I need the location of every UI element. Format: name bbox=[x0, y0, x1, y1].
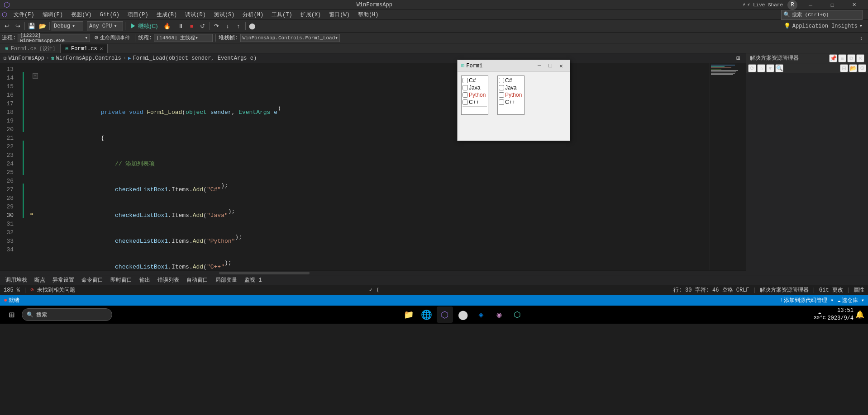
no-errors-label[interactable]: 未找到相关问题 bbox=[37, 286, 75, 294]
debug-tab-exceptions[interactable]: 异常设置 bbox=[49, 275, 78, 285]
panel-pin-btn[interactable]: 📌 bbox=[829, 54, 837, 62]
form-minimize-btn[interactable]: ─ bbox=[534, 62, 544, 70]
pause-btn[interactable]: ⏸ bbox=[176, 21, 186, 31]
menu-edit[interactable]: 编辑(E) bbox=[39, 10, 67, 19]
code-editor[interactable]: private void Form1_Load(object sender, E… bbox=[43, 63, 710, 270]
zoom-level[interactable]: 185 % bbox=[4, 287, 20, 293]
lifecycle-btn[interactable]: ⚙ 生命周期事件 bbox=[92, 33, 132, 43]
stop-btn[interactable]: ■ bbox=[187, 21, 197, 31]
taskbar-search-box[interactable]: 🔍 搜索 bbox=[22, 308, 112, 321]
clb1-checkbox-java[interactable] bbox=[463, 85, 468, 90]
panel-float-btn[interactable]: ⧉ bbox=[847, 54, 855, 62]
breadcrumb-method[interactable]: Form1_Load(object sender, EventArgs e) bbox=[133, 55, 257, 61]
weather-info[interactable]: ☁ 30°C bbox=[814, 309, 825, 321]
debug-tab-output[interactable]: 输出 bbox=[136, 275, 154, 285]
clb2-checkbox-java[interactable] bbox=[499, 85, 504, 90]
breadcrumb-controls[interactable]: WinFormsApp.Controls bbox=[56, 55, 121, 61]
tab-form1-cs-close[interactable]: ✕ bbox=[100, 46, 103, 52]
clb2-checkbox-python[interactable] bbox=[499, 92, 504, 98]
checked-list-box-1[interactable]: C# Java Python C++ bbox=[461, 75, 488, 115]
menu-help[interactable]: 帮助(H) bbox=[354, 10, 382, 19]
solution-explorer-link[interactable]: 解决方案资源管理器 bbox=[760, 286, 809, 294]
stack-dropdown[interactable]: WinFormsApp.Controls.Form1_Load ▾ bbox=[240, 34, 340, 42]
debug-tab-breakpoints[interactable]: 断点 bbox=[31, 275, 49, 285]
collapse-all-btn[interactable]: ⊟ bbox=[840, 64, 848, 72]
clb1-checkbox-csharp[interactable] bbox=[463, 78, 468, 83]
clb1-checkbox-cpp[interactable] bbox=[463, 99, 468, 105]
form-close-btn[interactable]: ✕ bbox=[556, 62, 566, 70]
scrollbar-thumb[interactable] bbox=[219, 272, 310, 274]
taskbar-vscode-btn[interactable]: ◈ bbox=[473, 307, 489, 323]
debug-tab-callstack[interactable]: 调用堆栈 bbox=[2, 275, 31, 285]
debug-tab-errorlist[interactable]: 错误列表 bbox=[154, 275, 183, 285]
clb2-item-cpp[interactable]: C++ bbox=[499, 99, 523, 106]
clb1-item-python[interactable]: Python bbox=[463, 91, 487, 99]
clb2-checkbox-cpp[interactable] bbox=[499, 99, 504, 105]
code-content[interactable]: 13 14 15 16 17 18 19 20 21 22 23 24 25 2… bbox=[0, 63, 710, 270]
undo-btn[interactable]: ↩ bbox=[2, 21, 12, 31]
stack-nav-btn[interactable]: ↕ bbox=[856, 33, 866, 43]
menu-analyze[interactable]: 分析(N) bbox=[239, 10, 267, 19]
debug-tab-command[interactable]: 命令窗口 bbox=[78, 275, 107, 285]
panel-menu-btn[interactable]: ≡ bbox=[838, 54, 846, 62]
redo-btn[interactable]: ↪ bbox=[13, 21, 23, 31]
menu-git[interactable]: Git(G) bbox=[96, 11, 123, 19]
properties-link[interactable]: 属性 bbox=[854, 286, 864, 294]
menu-view[interactable]: 视图(V) bbox=[67, 10, 95, 19]
clb2-item-java[interactable]: Java bbox=[499, 84, 523, 91]
taskbar-edge-btn[interactable]: 🌐 bbox=[419, 307, 435, 323]
taskbar-green-btn[interactable]: ⬡ bbox=[509, 307, 525, 323]
cpu-target-dropdown[interactable]: Any CPU ▾ bbox=[87, 21, 123, 31]
taskbar-github-btn[interactable]: ⬤ bbox=[455, 307, 471, 323]
panel-close-btn[interactable]: ✕ bbox=[856, 54, 864, 62]
breadcrumb-app[interactable]: WinFormsApp bbox=[9, 55, 44, 61]
run-button[interactable]: ▶ 继续(C) bbox=[127, 21, 161, 31]
checked-list-box-2[interactable]: C# Java Python C++ bbox=[497, 75, 525, 115]
scrollbar-horizontal[interactable] bbox=[0, 270, 746, 275]
save-btn[interactable]: 💾 bbox=[27, 21, 37, 31]
debug-mode-dropdown[interactable]: Debug ▾ bbox=[52, 21, 83, 31]
select-repo-btn[interactable]: ☁ 选仓库 ▾ bbox=[837, 297, 864, 304]
sync-btn[interactable]: ⟳ bbox=[748, 64, 756, 72]
clb2-checkbox-csharp[interactable] bbox=[499, 78, 504, 83]
menu-tools[interactable]: 工具(T) bbox=[268, 10, 296, 19]
taskbar-explorer-btn[interactable]: 📁 bbox=[401, 307, 417, 323]
taskbar-vs-btn[interactable]: ⬡ bbox=[437, 307, 453, 323]
git-changes-link[interactable]: Git 更改 bbox=[819, 286, 843, 294]
notification-btn[interactable]: 🔔 bbox=[855, 310, 864, 319]
hot-reload-btn[interactable]: 🔥 bbox=[162, 21, 172, 31]
search-solution-btn[interactable]: 🔍 bbox=[775, 64, 783, 72]
show-all-files-btn[interactable]: 📂 bbox=[849, 64, 857, 72]
menu-window[interactable]: 窗口(W) bbox=[325, 10, 353, 19]
debug-tab-auto[interactable]: 自动窗口 bbox=[183, 275, 212, 285]
close-button[interactable]: ✕ bbox=[844, 0, 864, 10]
search-box[interactable]: 🔍 搜索 (Ctrl+Q) bbox=[781, 10, 863, 20]
home-btn[interactable]: ⌂ bbox=[757, 64, 765, 72]
step-out-btn[interactable]: ↑ bbox=[234, 21, 243, 31]
minimize-button[interactable]: ─ bbox=[800, 0, 821, 10]
account-icon[interactable]: R bbox=[787, 0, 797, 10]
step-over-btn[interactable]: ↷ bbox=[212, 21, 222, 31]
maximize-button[interactable]: □ bbox=[822, 0, 843, 10]
clb2-item-csharp[interactable]: C# bbox=[499, 77, 523, 84]
form-maximize-btn[interactable]: □ bbox=[545, 62, 555, 70]
menu-build[interactable]: 生成(B) bbox=[153, 10, 181, 19]
menu-debug[interactable]: 调试(D) bbox=[181, 10, 210, 19]
tab-form1-design[interactable]: ⊞ Form1.cs [设计] bbox=[0, 44, 60, 53]
restart-btn[interactable]: ↺ bbox=[198, 21, 208, 31]
filter-btn[interactable]: ▼ bbox=[766, 64, 774, 72]
menu-extensions[interactable]: 扩展(X) bbox=[297, 10, 325, 19]
tab-form1-cs[interactable]: ⊞ Form1.cs ✕ bbox=[60, 44, 108, 53]
taskbar-clock[interactable]: 13:51 2023/9/4 bbox=[827, 307, 854, 322]
live-share-btn[interactable]: ⚡ ⚡ Live Share bbox=[739, 1, 787, 8]
debug-tab-watch[interactable]: 监视 1 bbox=[241, 275, 265, 285]
clb1-item-java[interactable]: Java bbox=[463, 84, 487, 91]
menu-test[interactable]: 测试(S) bbox=[210, 10, 238, 19]
process-dropdown[interactable]: [12232] WinFormsApp.exe ▾ bbox=[18, 34, 90, 42]
debug-tab-locals[interactable]: 局部变量 bbox=[212, 275, 241, 285]
diff-nav-btn[interactable]: ⟨ bbox=[376, 287, 379, 293]
taskbar-purple-btn[interactable]: ◉ bbox=[491, 307, 507, 323]
clb1-checkbox-python[interactable] bbox=[463, 92, 468, 98]
clb1-item-cpp[interactable]: C++ bbox=[463, 99, 487, 106]
debug-tab-immediate[interactable]: 即时窗口 bbox=[107, 275, 136, 285]
